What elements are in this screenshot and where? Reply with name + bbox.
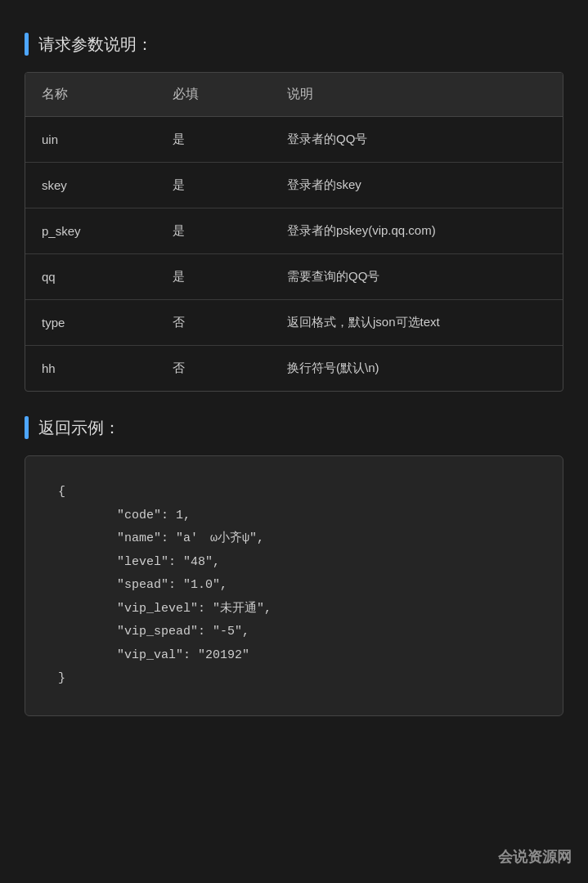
- cell-desc: 需要查询的QQ号: [271, 254, 563, 300]
- table-row: uin是登录者的QQ号: [25, 117, 563, 163]
- request-params-title: 请求参数说明：: [38, 34, 153, 56]
- cell-param-name: qq: [25, 254, 156, 300]
- section-bar-left: [25, 33, 29, 56]
- table-row: skey是登录者的skey: [25, 163, 563, 208]
- table-row: p_skey是登录者的pskey(vip.qq.com): [25, 208, 563, 254]
- cell-desc: 登录者的pskey(vip.qq.com): [271, 208, 563, 254]
- table-row: type否返回格式，默认json可选text: [25, 300, 563, 346]
- params-table-wrapper: 名称 必填 说明 uin是登录者的QQ号skey是登录者的skeyp_skey是…: [25, 72, 563, 392]
- cell-param-name: p_skey: [25, 208, 156, 254]
- return-section-bar-left: [25, 416, 29, 439]
- table-body: uin是登录者的QQ号skey是登录者的skeyp_skey是登录者的pskey…: [25, 117, 563, 392]
- cell-desc: 换行符号(默认\n): [271, 346, 563, 392]
- header-required: 必填: [156, 73, 271, 117]
- cell-required: 是: [156, 117, 271, 163]
- table-row: hh否换行符号(默认\n): [25, 346, 563, 392]
- header-name: 名称: [25, 73, 156, 117]
- header-desc: 说明: [271, 73, 563, 117]
- return-example-section-header: 返回示例：: [25, 416, 563, 439]
- watermark: 会说资源网: [498, 847, 572, 867]
- cell-required: 是: [156, 163, 271, 208]
- cell-desc: 登录者的skey: [271, 163, 563, 208]
- cell-required: 是: [156, 208, 271, 254]
- table-header-row: 名称 必填 说明: [25, 73, 563, 117]
- cell-param-name: uin: [25, 117, 156, 163]
- cell-desc: 登录者的QQ号: [271, 117, 563, 163]
- cell-param-name: skey: [25, 163, 156, 208]
- params-table: 名称 必填 说明 uin是登录者的QQ号skey是登录者的skeyp_skey是…: [25, 73, 563, 391]
- cell-param-name: type: [25, 300, 156, 346]
- return-example-title: 返回示例：: [38, 417, 120, 439]
- cell-required: 否: [156, 346, 271, 392]
- cell-required: 是: [156, 254, 271, 300]
- cell-required: 否: [156, 300, 271, 346]
- request-params-section-header: 请求参数说明：: [25, 33, 563, 56]
- code-example-block: { "code": 1, "name": "a'ゞω小齐ψ", "level":…: [25, 455, 563, 716]
- cell-desc: 返回格式，默认json可选text: [271, 300, 563, 346]
- cell-param-name: hh: [25, 346, 156, 392]
- table-row: qq是需要查询的QQ号: [25, 254, 563, 300]
